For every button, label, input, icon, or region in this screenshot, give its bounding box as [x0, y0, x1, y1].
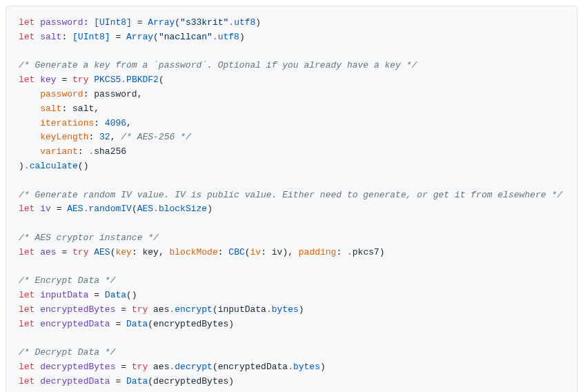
function: Array	[148, 17, 175, 28]
arg: decryptedBytes	[153, 376, 228, 386]
object: aes	[153, 304, 169, 315]
number: 32	[99, 132, 110, 142]
class: AES	[137, 204, 153, 214]
identifier: decryptedBytes	[40, 362, 115, 372]
function: decrypt	[175, 362, 213, 372]
type: [UInt8]	[94, 17, 132, 28]
keyword-let: let	[19, 319, 34, 329]
function: Data	[126, 376, 148, 386]
comment: /* Generate a key from a `password`. Opt…	[19, 60, 417, 70]
arg-label: key	[115, 247, 131, 257]
function: Data	[126, 319, 148, 329]
property: bytes	[272, 304, 299, 315]
function: randomIV	[88, 204, 131, 214]
dot: .	[121, 75, 126, 85]
identifier: salt	[40, 32, 61, 42]
keyword-let: let	[19, 32, 34, 42]
property: bytes	[293, 362, 320, 372]
arg-value: salt	[72, 104, 94, 114]
keyword-try: try	[132, 304, 148, 315]
identifier: decryptedData	[40, 376, 110, 386]
comment: /* AES-256 */	[121, 132, 190, 142]
arg-label: variant	[40, 146, 78, 157]
keyword-let: let	[19, 362, 34, 372]
function: calculate	[30, 161, 78, 171]
object: aes	[153, 362, 169, 372]
arg: inputData	[218, 304, 266, 315]
function: encrypt	[175, 304, 213, 315]
keyword-let: let	[19, 75, 34, 85]
dot: .	[213, 32, 218, 42]
dot: .	[266, 304, 272, 315]
arg-label: keyLength	[40, 132, 88, 142]
property: utf8	[218, 32, 239, 42]
dot: .	[347, 247, 353, 257]
dot: .	[288, 362, 293, 372]
arg-label: salt	[40, 104, 61, 114]
keyword-let: let	[19, 376, 34, 386]
arg-value: password	[94, 89, 137, 99]
keyword-let: let	[19, 290, 34, 300]
enum-case: pkcs7	[353, 247, 379, 257]
function: PBKDF2	[126, 75, 159, 85]
arg: encryptedData	[218, 362, 288, 372]
dot: .	[228, 17, 234, 28]
class: PKCS5	[94, 75, 121, 85]
comment: /* Encrypt Data */	[19, 275, 115, 286]
string: "nacllcan"	[159, 32, 213, 42]
function: AES	[94, 247, 110, 257]
function: Data	[105, 290, 126, 300]
identifier: aes	[40, 247, 56, 257]
keyword-let: let	[19, 247, 34, 257]
arg-value: key	[142, 247, 158, 257]
arg-value: iv	[272, 247, 283, 257]
property: utf8	[234, 17, 255, 28]
number: 4096	[105, 118, 126, 128]
code-block: let password: [UInt8] = Array("s33krit".…	[6, 6, 577, 392]
dot: .	[24, 161, 30, 171]
identifier: key	[40, 75, 56, 85]
arg-label: iterations	[40, 118, 94, 128]
function: Array	[126, 32, 153, 42]
keyword-try: try	[132, 362, 148, 372]
string: "s33krit"	[180, 17, 228, 28]
identifier: encryptedData	[40, 319, 110, 329]
keyword-let: let	[19, 204, 34, 214]
identifier: password	[40, 17, 83, 28]
type: [UInt8]	[72, 32, 110, 42]
keyword-let: let	[19, 304, 34, 315]
keyword-let: let	[19, 17, 34, 28]
keyword-try: try	[72, 75, 88, 85]
identifier: iv	[40, 204, 51, 214]
arg-label: iv	[250, 247, 261, 257]
arg: encryptedBytes	[153, 319, 228, 329]
function: CBC	[228, 247, 244, 257]
arg-label: password	[40, 89, 83, 99]
identifier: encryptedBytes	[40, 304, 115, 315]
comment: /* AES cryptor instance */	[19, 233, 159, 243]
comment: /* Generate random IV value. IV is publi…	[19, 190, 562, 200]
keyword-try: try	[72, 247, 88, 257]
property: blockSize	[159, 204, 207, 214]
arg-label: blockMode	[170, 247, 218, 257]
dot: .	[153, 204, 159, 214]
class: AES	[67, 204, 83, 214]
enum-case: sha256	[94, 146, 126, 157]
arg-label: padding	[299, 247, 337, 257]
identifier: inputData	[40, 290, 88, 300]
comment: /* Decrypt Data */	[19, 347, 115, 357]
